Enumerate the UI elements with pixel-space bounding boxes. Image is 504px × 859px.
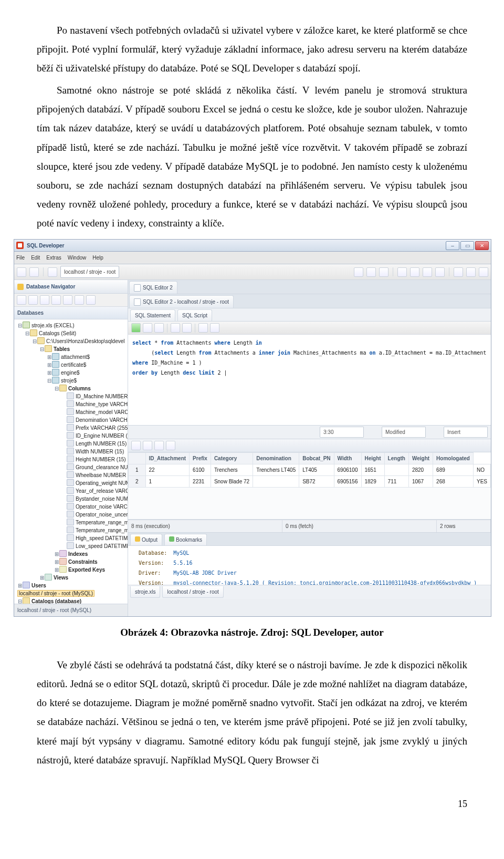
editor-toolbar-icon[interactable] xyxy=(210,323,219,333)
editor-toolbar-icon[interactable] xyxy=(171,323,180,333)
nav-toolbar-icon[interactable] xyxy=(63,295,72,305)
paragraph-2: Samotné okno nástroje se poté skládá z n… xyxy=(37,81,467,233)
editor-tabs: SQL Editor 2 xyxy=(128,280,491,294)
nav-toolbar-icon[interactable] xyxy=(28,295,38,305)
results-toolbar-icon[interactable] xyxy=(131,441,141,450)
menu-file[interactable]: File xyxy=(16,253,25,263)
nav-toolbar-icon[interactable] xyxy=(51,295,61,305)
subtab-statement[interactable]: SQL Statement xyxy=(130,309,175,321)
navigator-footer: localhost / stroje - root (MySQL) xyxy=(14,604,128,616)
paragraph-3: Ve zbylé části se odehrává ta podstatná … xyxy=(37,656,467,770)
tab-bookmarks[interactable]: Bookmarks xyxy=(164,534,207,545)
editor-toolbar-icon[interactable] xyxy=(198,323,208,333)
bottom-tab-excel[interactable]: stroje.xls xyxy=(130,586,160,598)
page-number: 15 xyxy=(37,795,467,813)
navigator-panel: Database Navigator Databases ⊟stroje.xls… xyxy=(14,280,128,616)
nav-toolbar-icon[interactable] xyxy=(40,295,49,305)
databases-header: Databases xyxy=(14,307,128,319)
run-icon[interactable] xyxy=(131,323,141,333)
tab-sql-editor-2[interactable]: SQL Editor 2 - localhost / stroje - root xyxy=(129,295,234,308)
exec-time: 8 ms (execution) xyxy=(128,520,282,532)
toolbar-icon[interactable] xyxy=(354,267,363,277)
toolbar-icon[interactable] xyxy=(454,267,463,277)
insert-mode: Insert xyxy=(444,427,488,438)
navigator-icon xyxy=(17,284,24,290)
toolbar-icon[interactable] xyxy=(379,267,388,277)
output-panel: Database: MySQL Version: 5.5.16 Driver: … xyxy=(128,546,491,585)
main-toolbar: localhost / stroje - root xyxy=(14,264,491,280)
paragraph-1: Po nastavení všech potřebných ovladačů s… xyxy=(37,21,467,78)
results-grid[interactable]: ID_AttachmentPrefixCategoryDenominationB… xyxy=(128,452,491,520)
results-toolbar-icon[interactable] xyxy=(166,441,175,450)
toolbar-icon[interactable] xyxy=(48,267,57,277)
results-toolbar-icon[interactable] xyxy=(154,441,164,450)
modified-flag: Modified xyxy=(382,427,426,438)
cursor-time: 3:30 xyxy=(320,427,364,438)
toolbar-icon[interactable] xyxy=(29,267,39,277)
nav-toolbar-icon[interactable] xyxy=(17,295,26,305)
selected-connection[interactable]: localhost / stroje - root (MySQL) xyxy=(17,590,94,597)
editor-toolbar-icon[interactable] xyxy=(154,323,164,333)
tab-output[interactable]: Output xyxy=(130,534,162,545)
row-count: 2 rows xyxy=(437,520,491,532)
toolbar-icon[interactable] xyxy=(435,267,445,277)
toolbar-icon[interactable] xyxy=(397,267,407,277)
app-icon xyxy=(16,242,24,249)
menu-extras[interactable]: Extras xyxy=(46,253,61,263)
editor-statusbar: 3:30 Modified Insert xyxy=(128,426,491,439)
connection-crumb[interactable]: localhost / stroje - root xyxy=(60,266,119,278)
minimize-button[interactable]: – xyxy=(446,241,459,250)
nav-toolbar-icon[interactable] xyxy=(75,295,84,305)
window-title: SQL Developer xyxy=(27,241,446,251)
close-button[interactable]: ✕ xyxy=(475,241,489,250)
toolbar-icon[interactable] xyxy=(410,267,419,277)
menu-help[interactable]: Help xyxy=(92,253,103,263)
maximize-button[interactable]: ▭ xyxy=(460,241,474,250)
tab-sql-editor-1[interactable]: SQL Editor 2 xyxy=(129,281,177,294)
toolbar-icon[interactable] xyxy=(17,267,26,277)
navigator-toolbar xyxy=(14,294,128,307)
menu-edit[interactable]: Edit xyxy=(31,253,40,263)
toolbar-icon[interactable] xyxy=(423,267,432,277)
subtab-script[interactable]: SQL Script xyxy=(177,309,212,321)
toolbar-icon[interactable] xyxy=(479,267,488,277)
screenshot: SQL Developer – ▭ ✕ File Edit Extras Win… xyxy=(14,239,491,617)
titlebar: SQL Developer – ▭ ✕ xyxy=(14,240,491,252)
query-statusbar: 8 ms (execution) 0 ms (fetch) 2 rows xyxy=(128,520,491,533)
doc-icon xyxy=(134,298,141,306)
database-tree[interactable]: ⊟stroje.xls (EXCEL) ⊟Catalogs (Sešit) ⊟C… xyxy=(14,319,128,604)
toolbar-icon[interactable] xyxy=(466,267,476,277)
sql-editor[interactable]: select * from Attachments where Length i… xyxy=(128,335,491,426)
editor-toolbar xyxy=(128,322,491,335)
bottom-tab-mysql[interactable]: localhost / stroje - root xyxy=(162,586,223,598)
figure-caption: Obrázek 4: Obrazovka nástroje. Zdroj: SQ… xyxy=(37,623,467,642)
toolbar-icon[interactable] xyxy=(366,267,376,277)
nav-toolbar-icon[interactable] xyxy=(86,295,96,305)
results-toolbar-icon[interactable] xyxy=(143,441,152,450)
fetch-time: 0 ms (fetch) xyxy=(282,520,437,532)
menu-window[interactable]: Window xyxy=(68,253,87,263)
editor-toolbar-icon[interactable] xyxy=(143,323,152,333)
results-toolbar xyxy=(128,439,491,452)
editor-toolbar-icon[interactable] xyxy=(182,323,192,333)
menubar: File Edit Extras Window Help xyxy=(14,252,491,264)
navigator-tab[interactable]: Database Navigator xyxy=(14,280,128,294)
doc-icon xyxy=(134,284,141,292)
